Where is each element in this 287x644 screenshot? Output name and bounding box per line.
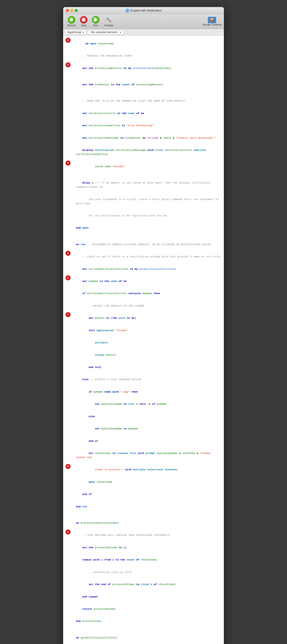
code-line: set the end of processedItems to (item i… (76, 578, 222, 590)
compile-button[interactable]: 🔨 Compile (102, 15, 115, 28)
compile-icon: 🔨 (105, 16, 112, 24)
code-line: -- processing tasks go here (76, 566, 222, 578)
run-button[interactable]: Run (90, 15, 101, 28)
code-line: set myName to the name of me5 (76, 275, 222, 287)
code-line: else -- DISPLAY A FILE CHOOSER DIALOG (76, 374, 222, 386)
close-button[interactable] (66, 9, 69, 12)
code-line: if myName ends with ".app" then (76, 386, 222, 398)
code-line: 4 -- check to see if there is a notifica… (76, 250, 222, 263)
language-selector[interactable]: AppleScript ▼ (65, 30, 86, 34)
title-icon: 🌀 (125, 9, 129, 12)
element-selector[interactable]: <No selected element> ▼ (88, 30, 124, 34)
main-window: 🌀 Droplet with Notification Record Stop … (63, 7, 224, 644)
chevron-down-icon: ▼ (82, 31, 84, 34)
badge-2b: 2 (66, 530, 70, 534)
code-line: set notificationTitle to the name of me (76, 107, 222, 119)
record-button[interactable]: Record (66, 15, 77, 28)
run-label: Run (93, 24, 98, 27)
code-line (76, 74, 222, 78)
minimize-button[interactable] (70, 9, 73, 12)
badge-2-inline: 2 (66, 62, 70, 68)
code-line: end if (76, 488, 222, 500)
code-line: -- PROCESS THE DRAGGED-ON ITEMS (76, 50, 222, 62)
title-bar: 🌀 Droplet with Notification (63, 7, 224, 14)
code-line: delay 1 --> If an applet is not saved as… (76, 177, 222, 193)
window-title: 🌀 Droplet with Notification (125, 9, 162, 12)
code-line: on run -- TRIGGERED BY DOUBLE-CLICKING D… (76, 238, 222, 250)
code-line: set the processedItems to {} (76, 542, 222, 554)
code-line: the last statement in a script. Place a … (76, 193, 222, 210)
record-label: Record (68, 24, 76, 27)
code-line: 3 sound name "Sosumi" (76, 160, 222, 172)
maximize-button[interactable] (75, 9, 78, 12)
code-line: set myDisplayName to myName (76, 422, 222, 435)
code-editor[interactable]: 1on open theseItems -- PROCESS THE DRAGG… (63, 36, 224, 644)
bundle-contents-button[interactable]: 📦 Bundle Contents (203, 17, 222, 26)
code-line: set notificationSubTitle to "File Proces… (76, 119, 222, 132)
code-line: on processItems(theseItems) (76, 517, 222, 529)
code-line: for the notification to be registered wi… (76, 210, 222, 222)
code-line: 8 items to process:" with multiple selec… (76, 464, 222, 476)
compile-label: Compile (104, 24, 113, 27)
record-circle (70, 18, 73, 21)
code-line (76, 234, 222, 238)
code-line: set notificationMessage to (itemCount as… (76, 132, 222, 144)
run-triangle (94, 18, 98, 22)
code-line: activate (76, 336, 222, 349)
code-line: return processedItems (76, 603, 222, 615)
code-line: end processItems (76, 615, 222, 628)
badge-4: 4 (66, 251, 70, 256)
badge-7: 7 (66, 312, 70, 317)
badge-8: 8 (66, 464, 70, 469)
code-line: repeat with i from 1 to the count of the… (76, 554, 222, 566)
code-line (76, 513, 222, 517)
stop-button[interactable]: Stop (78, 15, 89, 28)
code-line: end repeat (76, 591, 222, 603)
code-line: end open (76, 222, 222, 234)
code-line: open theseItems (76, 476, 222, 488)
code-line: end tell (76, 361, 222, 373)
code-line: set the processingResults to my processI… (76, 62, 222, 74)
code-line: set the itemCount to the count of proces… (76, 78, 222, 90)
code-line: else (76, 410, 222, 422)
badge-5-inline: 5 (66, 275, 70, 280)
chevron-down-icon-2: ▼ (119, 31, 122, 34)
code-line: -- REVEAL THE DROPLET IN THE FINDER (76, 300, 222, 312)
code-line: reveal myPath (76, 349, 222, 361)
badge-1: 1 (66, 38, 70, 43)
selector-bar: AppleScript ▼ <No selected element> ▼ (63, 29, 224, 36)
code-line: -- MAKE THE TITLE OF THE BANNER OR ALERT… (76, 95, 222, 107)
code-line (76, 628, 222, 632)
run-icon (92, 16, 99, 24)
code-line: set theseItems to (choose file with prom… (76, 447, 222, 464)
code-line: end run (76, 500, 222, 513)
code-line: end if (76, 435, 222, 447)
code-line: set myDisplayName to text 1 thru -5 of m… (76, 398, 222, 410)
code-line: tell application "Finder" (76, 324, 222, 336)
badge-3: 3 (66, 160, 70, 166)
bundle-label: Bundle Contents (203, 23, 222, 26)
code-line: on getNotificationTitles() (76, 632, 222, 644)
toolbar: Record Stop Run 🔨 Compile 📦 Bundle Conte… (63, 14, 224, 29)
code-line: set currentNotificationTitles to my getN… (76, 263, 222, 275)
code-line: 1on open theseItems (76, 38, 222, 50)
stop-label: Stop (81, 24, 86, 27)
code-line: if currentNotificationTitles contains my… (76, 288, 222, 300)
code-line (76, 91, 222, 95)
traffic-lights (66, 9, 78, 12)
code-line: 7 set myPath to (the path to me) (76, 312, 222, 324)
code-line: display notification notificationMessage… (76, 144, 222, 160)
record-icon (68, 16, 75, 24)
code-line: 2 -- THIS ROUTINE WILL CONTAIN YOUR PROC… (76, 529, 222, 542)
code-line (76, 173, 222, 177)
stop-square (82, 18, 85, 21)
bundle-icon: 📦 (208, 17, 216, 23)
stop-icon (80, 16, 88, 24)
